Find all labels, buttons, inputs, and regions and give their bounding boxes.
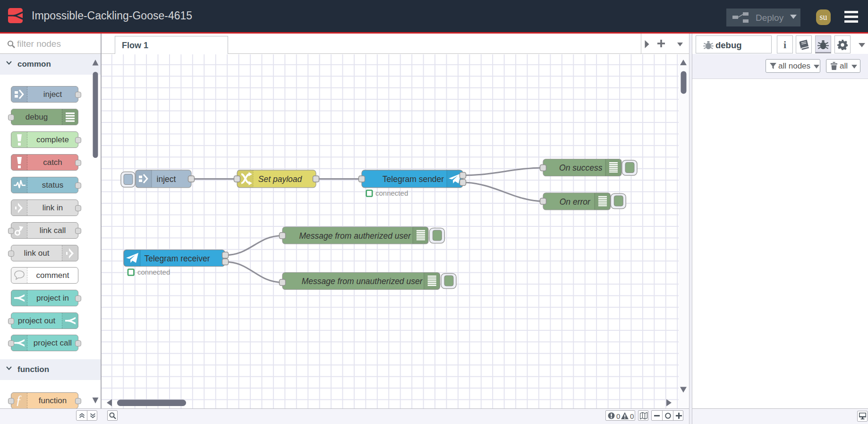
svg-text:Telegram sender: Telegram sender bbox=[383, 174, 444, 183]
svg-text:Message from unautherized user: Message from unautherized user bbox=[302, 277, 423, 286]
svg-text:On error: On error bbox=[560, 197, 591, 206]
svg-text:Telegram receiver: Telegram receiver bbox=[144, 253, 210, 263]
svg-text:Message from autherized user: Message from autherized user bbox=[299, 231, 412, 240]
svg-text:connected: connected bbox=[375, 189, 408, 197]
svg-text:On success: On success bbox=[559, 163, 603, 173]
svg-text:inject: inject bbox=[157, 174, 176, 183]
svg-text:connected: connected bbox=[137, 268, 170, 276]
svg-text:Set payload: Set payload bbox=[258, 174, 303, 183]
